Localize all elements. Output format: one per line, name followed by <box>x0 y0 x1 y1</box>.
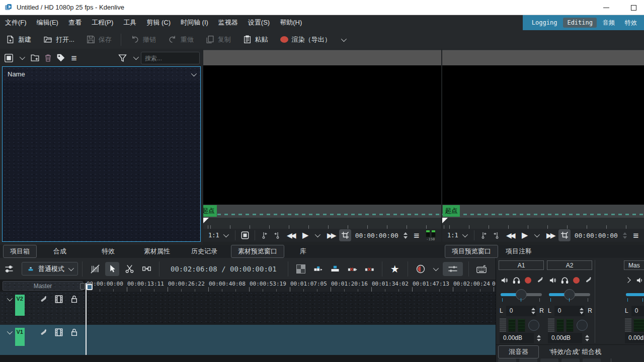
preview-render-button[interactable] <box>414 262 428 276</box>
gain-field[interactable]: 0.00dB <box>548 333 582 343</box>
transparency-button[interactable] <box>294 262 308 276</box>
pan-value-field[interactable]: 0 <box>554 306 585 316</box>
tab-clip-monitor[interactable]: 素材预览窗口 <box>231 245 284 258</box>
volume-dial[interactable] <box>528 320 539 331</box>
minimize-button[interactable] <box>600 1 613 14</box>
extract-zone-button[interactable] <box>345 262 359 276</box>
workspace-effects[interactable]: 特效 <box>621 17 641 29</box>
add-clip-button[interactable] <box>2 51 15 64</box>
timeline-playhead[interactable] <box>86 283 87 355</box>
project-monitor-ruler[interactable] <box>442 218 644 229</box>
set-zone-in-button[interactable] <box>478 229 490 241</box>
set-zone-in-button[interactable] <box>259 229 271 241</box>
tab-compositions[interactable]: 合成 <box>47 245 73 257</box>
track-v1-lane[interactable]: V1 <box>0 325 496 355</box>
add-clip-menu-button[interactable] <box>15 51 28 64</box>
track-lock-toggle[interactable] <box>70 328 78 337</box>
pan-spinner[interactable] <box>531 308 535 314</box>
channel-name[interactable]: A1 <box>499 260 544 270</box>
spacer-tool-button[interactable] <box>139 262 153 276</box>
undo-button[interactable]: 撤销 <box>124 32 162 47</box>
speaker-icon[interactable] <box>636 277 643 284</box>
open-button[interactable]: 打开... <box>37 32 80 47</box>
play-button[interactable]: ▶ <box>518 229 530 241</box>
pan-spinner[interactable] <box>580 308 584 314</box>
play-button[interactable]: ▶ <box>299 229 311 241</box>
master-track-button[interactable]: Master <box>3 281 83 291</box>
record-icon[interactable] <box>525 277 531 284</box>
toolbar-overflow-button[interactable] <box>337 32 349 47</box>
forward-button[interactable]: ▶▶ <box>323 229 339 241</box>
timeline-scroll-area[interactable] <box>0 355 496 362</box>
keyboard-shortcuts-button[interactable] <box>474 262 489 276</box>
pan-value-field[interactable]: 0 <box>506 306 537 316</box>
gain-field[interactable]: 0.00dB <box>625 333 644 343</box>
tab-project-bin[interactable]: 项目箱 <box>3 245 37 258</box>
monitor-menu-button[interactable]: ≡ <box>630 229 642 241</box>
clip-monitor-ruler[interactable] <box>203 218 441 229</box>
tab-effect-stack[interactable]: '特效/合成' 组合栈 <box>543 346 608 358</box>
overwrite-zone-button[interactable] <box>328 262 342 276</box>
render-button[interactable]: 渲染（导出） <box>274 32 337 47</box>
edit-mode-dropdown[interactable]: 普通模式 <box>22 262 78 276</box>
speaker-icon[interactable] <box>549 277 556 284</box>
track-v2-header[interactable]: V2 <box>0 292 85 325</box>
tab-effects[interactable]: 特效 <box>95 245 121 257</box>
monitor-timecode[interactable]: 00:00:00:00 <box>575 232 618 239</box>
menu-settings[interactable]: 设置(S) <box>243 15 275 30</box>
headphones-icon[interactable] <box>561 277 569 284</box>
playhead-icon[interactable] <box>442 218 448 223</box>
timecode-spinner[interactable] <box>623 232 627 239</box>
tab-project-monitor[interactable]: 项目预览窗口 <box>445 245 498 258</box>
zoom-level[interactable]: 1:1 <box>208 232 219 239</box>
forward-button[interactable]: ▶▶ <box>542 229 558 241</box>
razor-tool-button[interactable] <box>122 262 136 276</box>
menu-clip[interactable]: 剪辑 (C) <box>141 15 176 30</box>
save-button[interactable]: 保存 <box>80 32 118 47</box>
timeline-adjust-button[interactable] <box>2 262 16 276</box>
play-menu-button[interactable] <box>530 229 542 241</box>
rewind-button[interactable]: ◀◀ <box>283 229 299 241</box>
timeline-ruler[interactable]: 00:00:00:00 00:00:13:11 00:00:26:22 00:0… <box>86 280 496 292</box>
track-collapse-button[interactable] <box>4 328 14 337</box>
monitor-overlay-button[interactable] <box>239 229 251 241</box>
menu-help[interactable]: 帮助(H) <box>275 15 307 30</box>
lift-zone-button[interactable] <box>362 262 376 276</box>
timecode-spinner[interactable] <box>404 232 408 239</box>
delete-button[interactable] <box>41 51 54 64</box>
menu-monitor[interactable]: 监视器 <box>213 15 243 30</box>
zoom-level[interactable]: 1:1 <box>447 232 458 239</box>
expand-master-icon[interactable] <box>625 277 630 283</box>
menu-tools[interactable]: 工具 <box>118 15 141 30</box>
speaker-icon[interactable] <box>501 277 508 284</box>
volume-dial[interactable] <box>577 320 588 331</box>
play-menu-button[interactable] <box>311 229 323 241</box>
workspace-logging[interactable]: Logging <box>528 18 561 28</box>
gain-field[interactable]: 0.00dB <box>500 333 534 343</box>
monitor-timecode[interactable]: 00:00:00:00 <box>355 232 398 239</box>
mixed-audio-video-button[interactable] <box>88 262 102 276</box>
clip-monitor-video[interactable] <box>203 65 441 205</box>
zoom-menu-button[interactable] <box>219 229 231 241</box>
tag-button[interactable] <box>54 51 67 64</box>
bin-view-menu-button[interactable]: ≡ <box>67 51 80 64</box>
favorite-effects-button[interactable]: ★ <box>388 262 402 276</box>
headphones-icon[interactable] <box>513 277 520 284</box>
new-button[interactable]: 新建 <box>0 32 37 47</box>
menu-file[interactable]: 文件(F) <box>0 15 32 30</box>
bin-name-header[interactable]: Name <box>3 67 200 81</box>
menu-project[interactable]: 工程(P) <box>87 15 118 30</box>
set-zone-out-button[interactable] <box>490 229 502 241</box>
track-effects-button[interactable] <box>39 328 48 337</box>
project-monitor-zone-bar[interactable]: 起点 <box>442 205 644 218</box>
timeline-playhead-handle[interactable] <box>87 284 93 290</box>
balance-slider[interactable] <box>549 293 590 296</box>
wand-icon[interactable] <box>536 276 544 284</box>
gain-spinner[interactable] <box>585 335 589 341</box>
tab-mixer[interactable]: 混音器 <box>498 345 539 358</box>
menu-timeline[interactable]: 时间轴 (I) <box>176 15 213 30</box>
clip-monitor-zone-bar[interactable]: 起点 <box>203 205 441 218</box>
maximize-button[interactable] <box>627 1 640 14</box>
track-effects-button[interactable] <box>39 295 48 304</box>
rewind-button[interactable]: ◀◀ <box>502 229 518 241</box>
